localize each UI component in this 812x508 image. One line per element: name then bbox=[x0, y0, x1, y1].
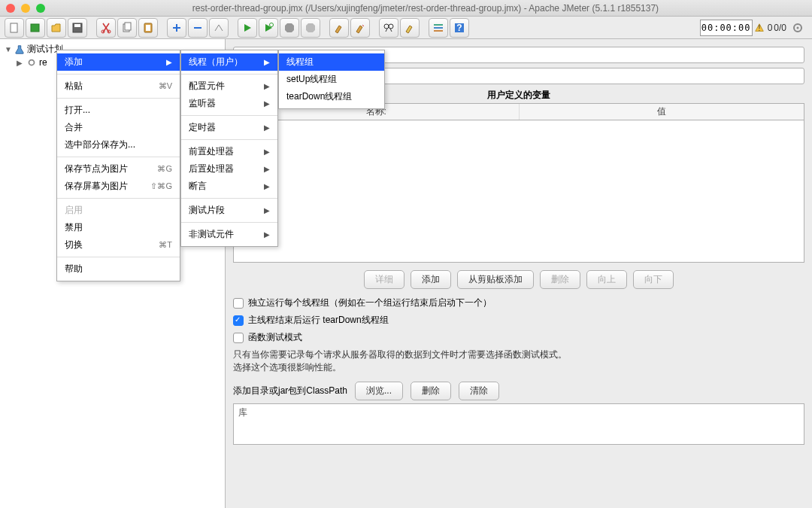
open-button[interactable] bbox=[47, 18, 66, 38]
menu-save-selection[interactable]: 选中部分保存为... bbox=[57, 136, 180, 154]
item-setup-thread-group[interactable]: setUp线程组 bbox=[279, 71, 384, 88]
svg-rect-7 bbox=[125, 23, 131, 30]
menu-help[interactable]: 帮助 bbox=[57, 260, 180, 278]
toggle-button[interactable] bbox=[209, 18, 229, 38]
minimize-icon[interactable] bbox=[21, 4, 30, 13]
svg-text:!: ! bbox=[758, 23, 760, 32]
menu-toggle[interactable]: 切换⌘T bbox=[57, 236, 180, 254]
start-button[interactable] bbox=[238, 18, 257, 38]
svg-point-14 bbox=[389, 24, 393, 29]
start-no-timers-button[interactable] bbox=[259, 18, 278, 38]
svg-rect-1 bbox=[31, 24, 39, 32]
function-helper-button[interactable] bbox=[429, 18, 448, 38]
vars-table[interactable] bbox=[233, 120, 804, 263]
clear-cp-button[interactable]: 清除 bbox=[459, 382, 499, 400]
stop-button[interactable] bbox=[280, 18, 299, 38]
gear-small-icon bbox=[26, 57, 37, 68]
checkbox-checked-icon[interactable] bbox=[233, 315, 244, 326]
delete-cp-button[interactable]: 删除 bbox=[411, 382, 451, 400]
flask-icon bbox=[14, 44, 25, 55]
elapsed-timer: 00:00:00 bbox=[700, 20, 753, 36]
down-button[interactable]: 向下 bbox=[633, 270, 674, 289]
func-check-row[interactable]: 函数测试模式 bbox=[233, 331, 804, 344]
traffic-lights bbox=[6, 4, 45, 13]
func-label: 函数测试模式 bbox=[248, 331, 302, 344]
main-toolbar: ? 00:00:00 ! 0 0/0 bbox=[0, 17, 812, 39]
menu-save-screen-img[interactable]: 保存屏幕为图片⇧⌘G bbox=[57, 178, 180, 195]
add-from-clipboard-button[interactable]: 从剪贴板添加 bbox=[457, 270, 534, 289]
svg-marker-12 bbox=[306, 23, 315, 32]
svg-point-13 bbox=[384, 24, 389, 29]
svg-rect-15 bbox=[434, 24, 443, 26]
detail-button[interactable]: 详细 bbox=[364, 270, 404, 289]
submenu-add[interactable]: 线程（用户）▶ 配置元件▶ 监听器▶ 定时器▶ 前置处理器▶ 后置处理器▶ 断言… bbox=[180, 50, 278, 247]
menu-paste[interactable]: 粘贴⌘V bbox=[57, 78, 180, 95]
menu-save-node-img[interactable]: 保存节点为图片⌘G bbox=[57, 160, 180, 178]
submenu-config[interactable]: 配置元件▶ bbox=[181, 78, 277, 95]
search-button[interactable] bbox=[379, 18, 398, 38]
up-button[interactable]: 向上 bbox=[586, 270, 627, 289]
classpath-label: 添加目录或jar包到ClassPath bbox=[233, 385, 347, 397]
menu-merge[interactable]: 合并 bbox=[57, 119, 180, 136]
reset-search-button[interactable] bbox=[400, 18, 420, 38]
submenu-frag[interactable]: 测试片段▶ bbox=[181, 202, 277, 219]
svg-rect-9 bbox=[146, 25, 150, 31]
tree-expand-icon[interactable]: ▼ bbox=[5, 45, 12, 53]
classpath-list[interactable]: 库 bbox=[233, 403, 804, 445]
cut-button[interactable] bbox=[96, 18, 116, 38]
submenu-listener[interactable]: 监听器▶ bbox=[181, 95, 277, 112]
svg-rect-16 bbox=[434, 27, 443, 29]
svg-point-23 bbox=[29, 60, 35, 65]
browse-button[interactable]: 浏览... bbox=[355, 382, 403, 400]
checkbox-unchecked-icon[interactable] bbox=[233, 333, 244, 343]
delete-button[interactable]: 删除 bbox=[540, 270, 580, 289]
independent-label: 独立运行每个线程组（例如在一个组运行结束后启动下一个） bbox=[248, 297, 492, 309]
svg-rect-0 bbox=[11, 23, 17, 32]
help-button[interactable]: ? bbox=[450, 18, 469, 38]
submenu-post[interactable]: 后置处理器▶ bbox=[181, 160, 277, 178]
submenu-pre[interactable]: 前置处理器▶ bbox=[181, 143, 277, 160]
item-thread-group[interactable]: 线程组 bbox=[279, 53, 384, 71]
clear-all-button[interactable] bbox=[350, 18, 370, 38]
save-button[interactable] bbox=[68, 18, 87, 38]
independent-check-row[interactable]: 独立运行每个线程组（例如在一个组运行结束后启动下一个） bbox=[233, 297, 804, 309]
teardown-label: 主线程结束后运行 tearDown线程组 bbox=[248, 314, 389, 327]
shutdown-button[interactable] bbox=[301, 18, 320, 38]
clear-button[interactable] bbox=[329, 18, 349, 38]
svg-text:?: ? bbox=[456, 23, 462, 33]
close-icon[interactable] bbox=[6, 4, 15, 13]
context-menu[interactable]: 添加▶ 粘贴⌘V 打开... 合并 选中部分保存为... 保存节点为图片⌘G 保… bbox=[56, 50, 180, 281]
svg-rect-3 bbox=[74, 24, 80, 27]
copy-button[interactable] bbox=[117, 18, 137, 38]
threads-counter: 0/0 bbox=[774, 23, 786, 33]
collapse-button[interactable] bbox=[188, 18, 208, 38]
menu-disable[interactable]: 禁用 bbox=[57, 219, 180, 236]
menu-open[interactable]: 打开... bbox=[57, 102, 180, 119]
menu-enable: 启用 bbox=[57, 202, 180, 219]
warning-count: 0 bbox=[768, 23, 773, 33]
teardown-check-row[interactable]: 主线程结束后运行 tearDown线程组 bbox=[233, 314, 804, 327]
paste-button[interactable] bbox=[138, 18, 158, 38]
menu-add[interactable]: 添加▶ bbox=[57, 53, 180, 71]
svg-point-10 bbox=[270, 23, 274, 26]
right-panel: 用户定义的变量 名称: 值 详细 添加 从剪贴板添加 删除 向上 向下 独立运行… bbox=[226, 39, 812, 508]
item-teardown-thread-group[interactable]: tearDown线程组 bbox=[279, 88, 384, 105]
add-var-button[interactable]: 添加 bbox=[411, 270, 451, 289]
expand-button[interactable] bbox=[167, 18, 186, 38]
submenu-assert[interactable]: 断言▶ bbox=[181, 178, 277, 195]
new-button[interactable] bbox=[5, 18, 24, 38]
submenu-threads-list[interactable]: 线程组 setUp线程组 tearDown线程组 bbox=[278, 50, 385, 109]
templates-button[interactable] bbox=[26, 18, 45, 38]
gear-icon[interactable] bbox=[788, 18, 807, 38]
submenu-nontest[interactable]: 非测试元件▶ bbox=[181, 226, 277, 243]
warning-counter[interactable]: ! 0 bbox=[754, 23, 773, 33]
submenu-threads[interactable]: 线程（用户）▶ bbox=[181, 53, 277, 71]
maximize-icon[interactable] bbox=[36, 4, 45, 13]
window-titlebar: rest-order-thread-group.jmx (/Users/xuji… bbox=[0, 0, 812, 17]
svg-marker-11 bbox=[285, 23, 294, 32]
checkbox-unchecked-icon[interactable] bbox=[233, 298, 244, 309]
tree-expand-icon[interactable]: ▶ bbox=[17, 59, 24, 67]
func-note: 只有当你需要记录每个请求从服务器取得的数据到文件时才需要选择函数测试模式。 选择… bbox=[233, 348, 804, 374]
svg-rect-17 bbox=[434, 30, 443, 32]
submenu-timer[interactable]: 定时器▶ bbox=[181, 119, 277, 136]
